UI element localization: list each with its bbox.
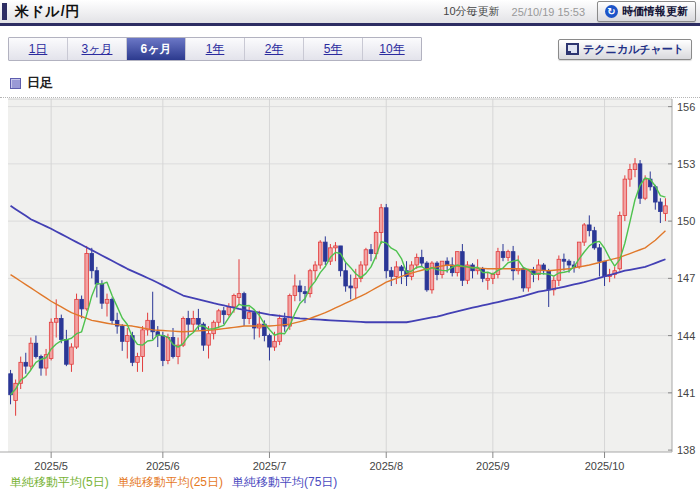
svg-text:156: 156 [677, 101, 695, 113]
quote-timestamp: 25/10/19 15:53 [512, 6, 585, 18]
svg-text:2025/7: 2025/7 [253, 460, 287, 472]
period-tab-3ヶ月[interactable]: 3ヶ月 [68, 38, 127, 60]
period-tab-1日[interactable]: 1日 [9, 38, 68, 60]
technical-chart-button-label: テクニカルチャート [583, 42, 684, 57]
svg-text:153: 153 [677, 158, 695, 170]
price-chart: 1381411441471501531562025/52025/62025/72… [0, 97, 700, 475]
period-tab-5年[interactable]: 5年 [304, 38, 363, 60]
refresh-icon: ↻ [605, 5, 618, 18]
period-tab-2年[interactable]: 2年 [245, 38, 304, 60]
svg-text:147: 147 [677, 272, 695, 284]
candle-type-icon [10, 78, 21, 89]
timeframe-label: 日足 [27, 74, 53, 92]
svg-text:141: 141 [677, 387, 695, 399]
legend-item-0: 単純移動平均(5日) [10, 474, 109, 491]
window-icon [566, 43, 579, 55]
technical-chart-button[interactable]: テクニカルチャート [558, 39, 692, 60]
svg-text:150: 150 [677, 215, 695, 227]
refresh-quotes-button[interactable]: ↻ 時価情報更新 [597, 1, 696, 22]
chart-toolbar: 1日3ヶ月6ヶ月1年2年5年10年 テクニカルチャート [8, 37, 692, 61]
svg-text:2025/5: 2025/5 [34, 460, 68, 472]
period-tab-10年[interactable]: 10年 [363, 38, 421, 60]
svg-text:2025/9: 2025/9 [476, 460, 510, 472]
svg-text:2025/6: 2025/6 [146, 460, 180, 472]
period-tab-6ヶ月[interactable]: 6ヶ月 [127, 38, 186, 60]
svg-text:138: 138 [677, 444, 695, 456]
timeframe-row: 日足 [0, 74, 700, 98]
legend-item-2: 単純移動平均(75日) [232, 474, 337, 491]
period-tab-group: 1日3ヶ月6ヶ月1年2年5年10年 [8, 37, 422, 61]
update-interval-label: 10分毎更新 [443, 4, 499, 19]
svg-text:144: 144 [677, 330, 695, 342]
ma-legend: 単純移動平均(5日)単純移動平均(25日)単純移動平均(75日) [10, 474, 337, 491]
svg-text:2025/10: 2025/10 [585, 460, 625, 472]
period-tab-1年[interactable]: 1年 [186, 38, 245, 60]
pair-title: 米ドル/円 [15, 3, 81, 21]
svg-text:2025/8: 2025/8 [369, 460, 403, 472]
legend-item-1: 単純移動平均(25日) [118, 474, 223, 491]
candlestick-chart-svg: 1381411441471501531562025/52025/62025/72… [0, 97, 700, 475]
title-bar: 米ドル/円 10分毎更新 25/10/19 15:53 ↻ 時価情報更新 [0, 0, 700, 26]
refresh-button-label: 時価情報更新 [622, 4, 688, 19]
title-accent-bar [2, 3, 7, 20]
